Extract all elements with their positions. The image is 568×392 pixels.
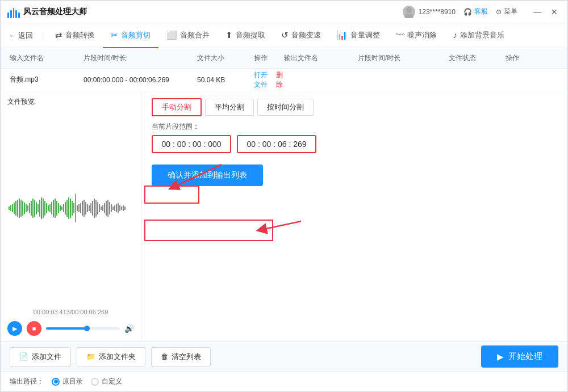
svg-rect-27 bbox=[51, 202, 52, 214]
nav-audio-speed[interactable]: ↺ 音频变速 bbox=[273, 23, 329, 48]
th-timerange: 片段时间/时长 bbox=[83, 53, 197, 63]
th-filestatus: 文件状态 bbox=[449, 53, 506, 63]
time-end-input[interactable] bbox=[237, 135, 316, 153]
avatar bbox=[403, 6, 415, 18]
svg-rect-58 bbox=[104, 203, 105, 213]
output-path-bar: 输出路径： 原目录 自定义 bbox=[1, 371, 567, 391]
radio-original-circle bbox=[52, 378, 60, 386]
input-filename: 音频.mp3 bbox=[10, 75, 83, 85]
nav-bg-music[interactable]: ♪ 添加背景音乐 bbox=[445, 23, 512, 48]
svg-rect-33 bbox=[61, 206, 62, 210]
open-file-link[interactable]: 打开文件 bbox=[254, 70, 270, 90]
svg-rect-5 bbox=[14, 203, 15, 214]
table-header: 输入文件名 片段时间/时长 文件大小 操作 输出文件名 片段时间/时长 文件状态… bbox=[1, 48, 567, 69]
radio-original-dot bbox=[54, 380, 58, 383]
svg-rect-51 bbox=[92, 201, 93, 216]
svg-rect-39 bbox=[72, 201, 73, 216]
username: 123****8910 bbox=[419, 8, 456, 16]
add-file-button[interactable]: 📄 添加文件 bbox=[10, 347, 71, 366]
add-folder-button[interactable]: 📁 添加文件夹 bbox=[77, 347, 145, 366]
start-icon: ▶ bbox=[497, 352, 504, 362]
output-label: 输出路径： bbox=[10, 377, 44, 386]
svg-rect-6 bbox=[15, 201, 16, 216]
nav-audio-merge[interactable]: ⬜ 音频合并 bbox=[158, 23, 218, 48]
convert-icon: ⇄ bbox=[55, 30, 62, 40]
svg-rect-68 bbox=[121, 206, 122, 210]
playback-info: 00:00:03.413/00:00:06.269 bbox=[1, 306, 141, 318]
svg-rect-21 bbox=[41, 197, 42, 219]
tab-time-split[interactable]: 按时间分割 bbox=[257, 99, 314, 116]
nav-audio-extract[interactable]: ⬆ 音频提取 bbox=[218, 23, 273, 48]
th-out-timerange: 片段时间/时长 bbox=[358, 53, 449, 63]
svg-rect-42 bbox=[77, 205, 78, 211]
radio-original-dir[interactable]: 原目录 bbox=[52, 377, 83, 386]
time-start-input[interactable] bbox=[152, 135, 231, 153]
player-controls: ▶ ■ 🔊 bbox=[1, 318, 141, 342]
play-button[interactable]: ▶ bbox=[7, 321, 22, 336]
svg-rect-50 bbox=[90, 203, 91, 213]
speed-icon: ↺ bbox=[281, 30, 289, 40]
edit-pane: 手动分割 平均分割 按时间分割 当前片段范围： 确认并添加到输出列表 bbox=[141, 91, 567, 342]
svg-rect-29 bbox=[55, 199, 56, 218]
tab-manual-split[interactable]: 手动分割 bbox=[152, 98, 202, 116]
clear-list-button[interactable]: 🗑 清空列表 bbox=[151, 347, 211, 366]
menu-link[interactable]: ⊙ 菜单 bbox=[496, 7, 517, 16]
settings-icon: ⊙ bbox=[496, 8, 502, 16]
app-logo-area: 风云音频处理大师 bbox=[7, 6, 403, 18]
radio-custom-dir[interactable]: 自定义 bbox=[91, 377, 122, 386]
svg-rect-34 bbox=[63, 204, 64, 212]
svg-rect-30 bbox=[56, 201, 57, 216]
th-input-filename: 输入文件名 bbox=[10, 53, 83, 63]
th-out-action: 操作 bbox=[506, 53, 558, 63]
svg-rect-40 bbox=[73, 203, 74, 213]
svg-rect-62 bbox=[111, 204, 112, 212]
svg-rect-14 bbox=[29, 203, 30, 213]
svg-rect-66 bbox=[118, 203, 119, 213]
svg-rect-4 bbox=[12, 204, 13, 212]
nav-audio-cut[interactable]: ✂ 音频剪切 bbox=[103, 23, 158, 48]
progress-thumb bbox=[84, 326, 90, 331]
noise-icon: 〰 bbox=[396, 30, 404, 40]
svg-rect-49 bbox=[89, 205, 90, 211]
svg-point-0 bbox=[406, 7, 412, 13]
minimize-button[interactable]: — bbox=[531, 6, 544, 18]
svg-rect-64 bbox=[114, 205, 115, 211]
nav-audio-convert[interactable]: ⇄ 音频转换 bbox=[47, 23, 103, 48]
confirm-add-button[interactable]: 确认并添加到输出列表 bbox=[152, 165, 263, 186]
service-link[interactable]: 🎧 客服 bbox=[463, 7, 488, 16]
svg-rect-61 bbox=[109, 202, 110, 214]
bottom-bar: 📄 添加文件 📁 添加文件夹 🗑 清空列表 ▶ 开始处理 bbox=[1, 342, 567, 371]
tab-average-split[interactable]: 平均分割 bbox=[205, 99, 254, 116]
back-button[interactable]: ← 返回 bbox=[9, 31, 39, 41]
nav-noise[interactable]: 〰 噪声消除 bbox=[388, 23, 445, 48]
svg-rect-52 bbox=[94, 199, 95, 218]
svg-rect-20 bbox=[39, 200, 40, 217]
progress-bar[interactable] bbox=[46, 327, 120, 330]
start-process-button[interactable]: ▶ 开始处理 bbox=[481, 345, 558, 368]
user-info: 123****8910 bbox=[403, 6, 456, 18]
svg-rect-44 bbox=[80, 203, 81, 213]
delete-link[interactable]: 删除 bbox=[276, 70, 284, 90]
svg-rect-69 bbox=[123, 205, 124, 211]
title-bar-right: 123****8910 🎧 客服 ⊙ 菜单 — ✕ bbox=[403, 6, 561, 18]
svg-rect-15 bbox=[31, 201, 32, 216]
range-label: 当前片段范围： bbox=[152, 122, 557, 132]
nav-volume[interactable]: 📊 音量调整 bbox=[329, 23, 388, 48]
svg-rect-22 bbox=[43, 199, 44, 218]
svg-rect-54 bbox=[97, 202, 98, 214]
back-arrow-icon: ← bbox=[9, 31, 16, 40]
close-button[interactable]: ✕ bbox=[548, 6, 561, 18]
svg-rect-45 bbox=[82, 201, 83, 216]
music-icon: ♪ bbox=[453, 30, 457, 40]
merge-icon: ⬜ bbox=[166, 30, 177, 40]
waveform-svg bbox=[9, 194, 133, 222]
svg-rect-23 bbox=[44, 201, 45, 216]
stop-button[interactable]: ■ bbox=[27, 321, 41, 336]
volume-icon[interactable]: 🔊 bbox=[124, 324, 134, 333]
th-action: 操作 bbox=[254, 53, 284, 63]
svg-rect-60 bbox=[107, 200, 108, 217]
svg-rect-13 bbox=[27, 205, 28, 211]
preview-label: 文件预览 bbox=[1, 91, 141, 110]
clear-icon: 🗑 bbox=[161, 352, 168, 361]
svg-rect-67 bbox=[119, 205, 120, 211]
